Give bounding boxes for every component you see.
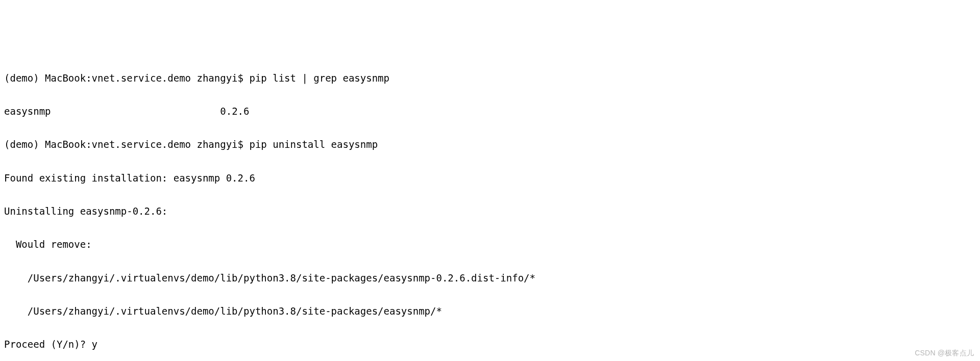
terminal-line: Uninstalling easysnmp-0.2.6: xyxy=(4,203,976,220)
terminal-line: Found existing installation: easysnmp 0.… xyxy=(4,170,976,187)
pkg-name: easysnmp xyxy=(4,106,220,117)
terminal-line: (demo) MacBook:vnet.service.demo zhangyi… xyxy=(4,70,976,87)
shell-prompt: (demo) MacBook:vnet.service.demo zhangyi… xyxy=(4,139,249,150)
terminal-line: Would remove: xyxy=(4,236,976,253)
output-text: Found existing installation: easysnmp 0.… xyxy=(4,172,255,184)
proceed-prompt: Proceed (Y/n)? xyxy=(4,339,92,350)
terminal-line: (demo) MacBook:vnet.service.demo zhangyi… xyxy=(4,136,976,153)
output-text: /Users/zhangyi/.virtualenvs/demo/lib/pyt… xyxy=(4,272,535,283)
user-input[interactable]: y xyxy=(92,339,97,350)
terminal-line: /Users/zhangyi/.virtualenvs/demo/lib/pyt… xyxy=(4,303,976,320)
terminal-line: easysnmp 0.2.6 xyxy=(4,103,976,120)
output-text: Would remove: xyxy=(4,239,92,250)
output-text: Uninstalling easysnmp-0.2.6: xyxy=(4,205,167,217)
command-text: pip uninstall easysnmp xyxy=(249,139,378,150)
output-text: /Users/zhangyi/.virtualenvs/demo/lib/pyt… xyxy=(4,305,442,317)
pkg-version: 0.2.6 xyxy=(220,106,249,117)
shell-prompt: (demo) MacBook:vnet.service.demo zhangyi… xyxy=(4,72,249,84)
watermark-text: CSDN @极客点儿 xyxy=(915,347,974,359)
command-text: pip list | grep easysnmp xyxy=(249,72,389,84)
terminal-line: Proceed (Y/n)? y xyxy=(4,336,976,353)
terminal-line: /Users/zhangyi/.virtualenvs/demo/lib/pyt… xyxy=(4,270,976,287)
